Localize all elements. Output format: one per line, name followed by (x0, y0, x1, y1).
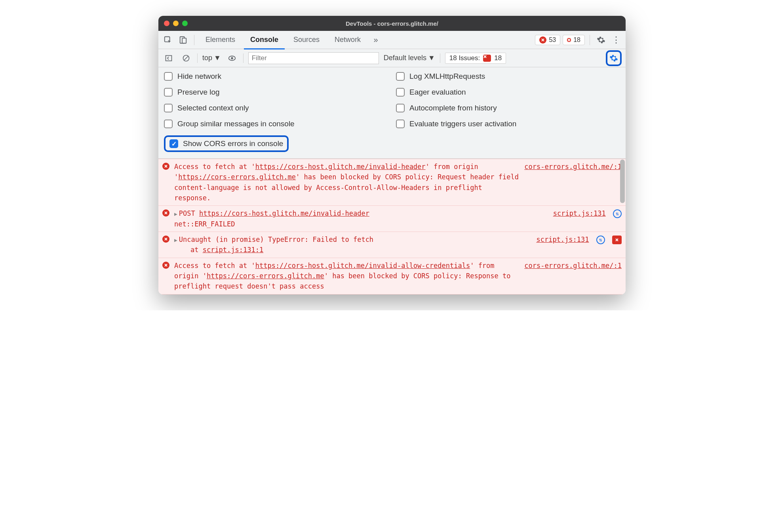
vertical-scrollbar[interactable] (620, 160, 625, 294)
traffic-lights (164, 21, 188, 26)
tabbar-separator (194, 35, 194, 45)
svg-rect-2 (182, 38, 186, 43)
issue-count: 18 (573, 36, 580, 44)
log-url-link[interactable]: https://cors-host.glitch.me/invalid-head… (199, 209, 369, 217)
log-url-link[interactable]: https://cors-host.glitch.me/invalid-head… (255, 163, 426, 171)
checkbox-label: Evaluate triggers user activation (409, 120, 516, 128)
minimize-window-button[interactable] (173, 21, 179, 26)
issue-badge-icon (483, 55, 491, 62)
checkbox-label: Autocomplete from history (409, 104, 497, 112)
checkbox-label: Hide network (177, 72, 221, 81)
log-row-error[interactable]: Access to fetch at 'https://cors-host.gl… (158, 258, 626, 294)
settings-gear-icon[interactable] (595, 34, 607, 46)
toolbar-separator (197, 53, 198, 63)
tab-console[interactable]: Console (244, 31, 285, 49)
log-row-error[interactable]: ▶Uncaught (in promise) TypeError: Failed… (158, 232, 626, 258)
kebab-menu-icon[interactable]: ⋮ (610, 34, 622, 46)
log-source-link[interactable]: cors-errors.glitch.me/:1 (524, 162, 622, 203)
initiator-icon[interactable]: ⇅ (596, 236, 605, 244)
toolbar-separator-2 (243, 53, 244, 63)
toolbar-separator-3 (440, 53, 440, 63)
log-levels-selector[interactable]: Default levels ▼ (384, 54, 435, 62)
highlighted-checkbox: Show CORS errors in console (164, 135, 289, 152)
more-tabs-icon[interactable]: » (369, 34, 382, 46)
checkbox-hide-network[interactable]: Hide network (164, 72, 388, 81)
log-row-error[interactable]: Access to fetch at 'https://cors-host.gl… (158, 159, 626, 206)
log-url-link[interactable]: https://cors-errors.glitch.me (178, 173, 296, 181)
tab-sources[interactable]: Sources (287, 31, 326, 49)
context-selector[interactable]: top ▼ (202, 54, 221, 62)
checkbox-show-cors-errors[interactable]: Show CORS errors in console (169, 139, 283, 148)
issues-count: 18 (494, 54, 502, 62)
checkbox-label: Log XMLHttpRequests (409, 72, 485, 81)
zoom-window-button[interactable] (182, 21, 188, 26)
checkbox-eager-evaluation[interactable]: Eager evaluation (396, 88, 620, 97)
checkbox-selected-context-only[interactable]: Selected context only (164, 104, 388, 112)
device-toolbar-icon[interactable] (177, 34, 189, 46)
log-message: Access to fetch at 'https://cors-host.gl… (174, 260, 520, 292)
log-row-error[interactable]: ▶POST https://cors-host.glitch.me/invali… (158, 206, 626, 232)
checkbox-log-xhr[interactable]: Log XMLHttpRequests (396, 72, 620, 81)
clear-console-icon[interactable] (180, 52, 192, 65)
log-source: script.js:131 ⇅ (536, 234, 622, 255)
disclosure-triangle-icon[interactable]: ▶ (174, 210, 177, 218)
checkbox-label: Selected context only (177, 104, 249, 112)
devtools-window: DevTools - cors-errors.glitch.me/ Elemen… (158, 16, 626, 294)
main-tabbar: Elements Console Sources Network » 53 18… (158, 31, 626, 49)
error-icon (162, 208, 170, 229)
log-levels-label: Default levels (384, 54, 426, 62)
log-source: script.js:131 ⇅ (553, 208, 622, 229)
checkbox-preserve-log[interactable]: Preserve log (164, 88, 388, 97)
live-expression-icon[interactable] (226, 52, 238, 65)
checkbox-label: Show CORS errors in console (183, 139, 283, 148)
disclosure-triangle-icon[interactable]: ▶ (174, 236, 177, 244)
tab-console-label: Console (250, 36, 278, 44)
tabbar-separator-2 (590, 35, 590, 45)
svg-point-6 (231, 57, 233, 59)
log-message: ▶Uncaught (in promise) TypeError: Failed… (174, 234, 532, 255)
checkbox-autocomplete-history[interactable]: Autocomplete from history (396, 104, 620, 112)
log-url-link[interactable]: https://cors-errors.glitch.me (207, 272, 324, 280)
close-window-button[interactable] (164, 21, 169, 26)
checkbox-evaluate-triggers-activation[interactable]: Evaluate triggers user activation (396, 120, 620, 128)
console-log-area: Access to fetch at 'https://cors-host.gl… (158, 159, 626, 294)
titlebar: DevTools - cors-errors.glitch.me/ (158, 16, 626, 31)
console-settings-panel: Hide network Log XMLHttpRequests Preserv… (158, 67, 626, 159)
log-source-link[interactable]: cors-errors.glitch.me/:1 (524, 260, 622, 292)
checkbox-group-similar[interactable]: Group similar messages in console (164, 120, 388, 128)
issue-badge-icon (567, 38, 571, 42)
log-source-link[interactable]: script.js:131 (553, 209, 606, 217)
log-message: Access to fetch at 'https://cors-host.gl… (174, 162, 520, 203)
error-badge-icon (539, 36, 546, 44)
show-console-sidebar-icon[interactable] (162, 52, 175, 65)
checkbox-label: Group similar messages in console (177, 120, 295, 128)
error-icon (162, 234, 170, 255)
tab-network[interactable]: Network (328, 31, 367, 49)
tab-network-label: Network (335, 36, 361, 44)
issue-count-pill[interactable]: 18 (563, 35, 585, 45)
error-icon (162, 260, 170, 292)
window-title: DevTools - cors-errors.glitch.me/ (158, 20, 626, 27)
tab-elements[interactable]: Elements (199, 31, 242, 49)
chevron-down-icon: ▼ (214, 54, 221, 62)
error-icon (162, 162, 170, 203)
log-message: ▶POST https://cors-host.glitch.me/invali… (174, 208, 549, 229)
issues-summary[interactable]: 18 Issues: 18 (445, 53, 506, 64)
log-source-link[interactable]: script.js:131 (536, 236, 589, 243)
inspect-element-icon[interactable] (162, 34, 174, 46)
chevron-down-icon: ▼ (428, 54, 435, 62)
svg-rect-3 (166, 55, 172, 61)
context-selector-label: top (202, 54, 212, 62)
error-count-pill[interactable]: 53 (535, 35, 560, 45)
filter-input[interactable] (248, 52, 379, 64)
checkbox-label: Preserve log (177, 88, 220, 97)
tab-sources-label: Sources (293, 36, 320, 44)
checkbox-label: Eager evaluation (409, 88, 466, 97)
issues-label: 18 Issues: (449, 54, 480, 62)
log-stack-link[interactable]: script.js:131:1 (203, 246, 264, 254)
tab-elements-label: Elements (206, 36, 235, 44)
console-settings-gear-icon[interactable] (606, 50, 622, 66)
error-count: 53 (549, 36, 556, 44)
log-url-link[interactable]: https://cors-host.glitch.me/invalid-allo… (255, 262, 470, 270)
scrollbar-thumb[interactable] (620, 160, 625, 203)
